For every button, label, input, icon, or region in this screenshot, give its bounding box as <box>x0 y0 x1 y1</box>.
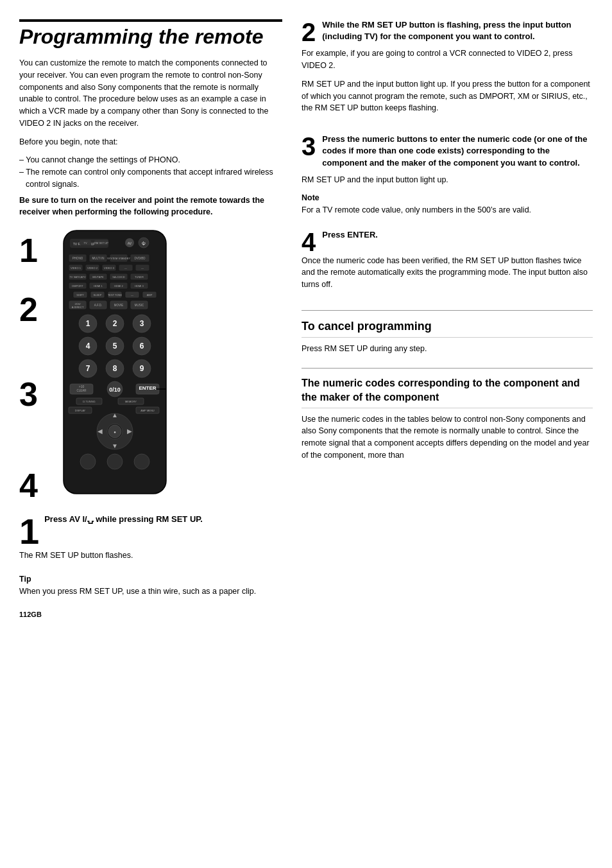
svg-text:4: 4 <box>86 342 90 351</box>
step-labels: 1 2 3 4 <box>19 227 38 502</box>
svg-text:—: — <box>141 266 144 270</box>
remote-illustration: 1 2 3 4 TV RM SET UP AV I/Ψ TV <box>19 227 282 502</box>
svg-text:A.F.D.: A.F.D. <box>94 304 102 307</box>
svg-text:VIDEO 3: VIDEO 3 <box>104 266 115 270</box>
svg-text:5: 5 <box>113 342 117 351</box>
step-label-2: 2 <box>19 293 38 326</box>
right-column: 2 While the RM SET UP button is flashing… <box>295 19 593 849</box>
svg-text:MUSIC: MUSIC <box>135 304 144 307</box>
remote-svg: TV RM SET UP AV I/Ψ TV RM SET UP ⏻ AV <box>44 227 185 500</box>
numeric-heading: The numeric codes corresponding to the c… <box>302 376 593 408</box>
svg-text:>10: >10 <box>79 385 85 388</box>
svg-text:SLEEP: SLEEP <box>93 293 101 297</box>
step-4-heading: Press ENTER. <box>322 229 593 241</box>
step-label-4: 4 <box>19 469 38 502</box>
cancel-body: Press RM SET UP during any step. <box>302 343 593 355</box>
before-begin-label: Before you begin, note that: <box>19 136 282 148</box>
svg-text:HDMI 3: HDMI 3 <box>135 284 144 288</box>
step-1-body: The RM SET UP button flashes. <box>19 550 282 562</box>
svg-text:1: 1 <box>86 319 90 328</box>
svg-text:3: 3 <box>140 319 144 328</box>
svg-text:2: 2 <box>113 319 117 328</box>
svg-text:SHIFT: SHIFT <box>76 293 84 297</box>
svg-text:CLEAR: CLEAR <box>76 389 87 392</box>
svg-point-107 <box>134 454 149 469</box>
step-2-heading: While the RM SET UP button is flashing, … <box>322 19 593 42</box>
step-1-block: 1 Press AV I/⍽ while pressing RM SET UP.… <box>19 514 282 597</box>
bullet-item-2: The remote can control only components t… <box>19 166 282 191</box>
svg-text:TV SAT/CATV: TV SAT/CATV <box>69 275 86 279</box>
svg-text:DMPORT: DMPORT <box>72 284 83 288</box>
svg-text:SA-CD/CD: SA-CD/CD <box>112 275 124 279</box>
svg-text:AMP: AMP <box>147 293 153 297</box>
page-title: Programming the remote <box>19 19 282 48</box>
svg-text:TUNER: TUNER <box>135 275 144 279</box>
svg-point-105 <box>80 454 96 469</box>
page-footer: 112GB <box>19 610 282 620</box>
svg-text:MOVIE: MOVIE <box>114 304 124 307</box>
left-column: Programming the remote You can customize… <box>19 19 295 849</box>
step-1-number: 1 <box>19 514 39 550</box>
svg-text:▼: ▼ <box>112 442 118 449</box>
step-label-3: 3 <box>19 378 38 411</box>
step-2-body1: For example, if you are going to control… <box>302 48 593 72</box>
svg-text:0/10: 0/10 <box>109 386 121 393</box>
svg-point-106 <box>107 454 123 469</box>
note-label: Note <box>302 193 319 202</box>
svg-text:VIDEO 1: VIDEO 1 <box>71 266 81 270</box>
divider-2 <box>302 368 593 369</box>
svg-text:MEMORY: MEMORY <box>125 400 137 403</box>
bullet-item-1: You cannot change the settings of PHONO. <box>19 154 282 166</box>
note-body: For a TV remote code value, only numbers… <box>302 204 593 216</box>
step-3-heading: Press the numeric buttons to enter the n… <box>322 134 593 169</box>
svg-text:MULTI IN: MULTI IN <box>92 257 104 260</box>
svg-text:—: — <box>124 266 127 270</box>
svg-text:▲: ▲ <box>112 412 118 419</box>
bullet-list: You cannot change the settings of PHONO.… <box>19 154 282 190</box>
svg-text:ENTER: ENTER <box>139 385 156 391</box>
step-3-wrapper: 3 Press the numeric buttons to enter the… <box>302 134 593 216</box>
svg-text:—: — <box>131 293 133 297</box>
step-2-wrapper: 2 While the RM SET UP button is flashing… <box>302 19 593 121</box>
numeric-body: Use the numeric codes in the tables belo… <box>302 413 593 462</box>
svg-text:SYSTEM STANDBY: SYSTEM STANDBY <box>107 257 130 260</box>
step-3-body: RM SET UP and the input button light up. <box>302 174 593 186</box>
step-4-body: Once the numeric code has been verified,… <box>302 255 593 291</box>
step-3-number: 3 <box>302 134 316 159</box>
svg-text:⏻: ⏻ <box>142 241 146 245</box>
divider-1 <box>302 310 593 311</box>
svg-text:DISPLAY: DISPLAY <box>75 409 86 412</box>
step-1-heading: Press AV I/⍽ while pressing RM SET UP. <box>44 514 282 525</box>
tip-label: Tip <box>19 575 31 584</box>
step-4-number: 4 <box>302 229 316 255</box>
svg-text:◀: ◀ <box>98 428 103 435</box>
svg-text:8: 8 <box>113 364 117 373</box>
svg-text:TV: TV <box>83 241 87 245</box>
svg-text:●: ● <box>114 430 116 434</box>
warning-text: Be sure to turn on the receiver and poin… <box>19 195 282 219</box>
svg-text:▶: ▶ <box>127 428 132 435</box>
step-2-number: 2 <box>302 19 316 45</box>
svg-text:AV: AV <box>128 241 132 245</box>
svg-text:TEST TONE: TEST TONE <box>108 293 123 297</box>
svg-text:D.TUNING: D.TUNING <box>83 400 95 403</box>
intro-paragraph: You can customize the remote to match th… <box>19 57 282 130</box>
svg-text:A.DIRECT: A.DIRECT <box>72 306 84 309</box>
svg-text:PHONO: PHONO <box>72 257 83 260</box>
svg-text:VIDEO 2: VIDEO 2 <box>87 266 98 270</box>
cancel-section: To cancel programming Press RM SET UP du… <box>302 318 593 355</box>
step-label-1: 1 <box>19 234 38 267</box>
svg-text:HDMI 1: HDMI 1 <box>94 284 103 288</box>
tip-body: When you press RM SET UP, use a thin wir… <box>19 586 282 598</box>
step-2-body2: RM SET UP and the input button light up.… <box>302 78 593 114</box>
svg-text:6: 6 <box>140 342 144 351</box>
step-4-wrapper: 4 Press ENTER. Once the numeric code has… <box>302 229 593 297</box>
cancel-heading: To cancel programming <box>302 318 593 338</box>
svg-text:HDMI 2: HDMI 2 <box>114 284 123 288</box>
svg-text:9: 9 <box>140 364 144 373</box>
step-1-content: Press AV I/⍽ while pressing RM SET UP. <box>44 514 282 528</box>
note-block: Note For a TV remote code value, only nu… <box>302 192 593 216</box>
svg-text:DVD/BD: DVD/BD <box>134 257 146 260</box>
svg-text:AMP MENU: AMP MENU <box>140 409 155 412</box>
numeric-section: The numeric codes corresponding to the c… <box>302 376 593 462</box>
